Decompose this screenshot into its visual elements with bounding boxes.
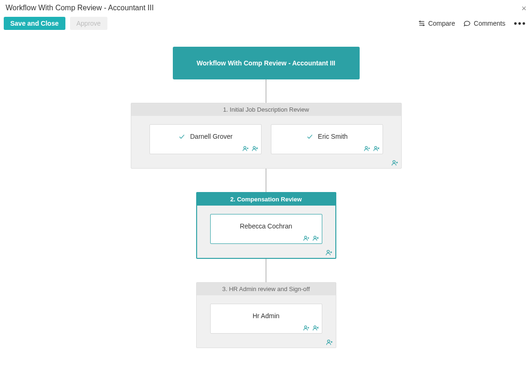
svg-point-30 bbox=[313, 326, 316, 328]
assignee-card[interactable]: Eric Smith bbox=[271, 124, 383, 154]
add-user-icon[interactable] bbox=[326, 249, 333, 256]
connector-line bbox=[266, 169, 266, 192]
svg-point-27 bbox=[304, 326, 306, 328]
stage-title: 3. HR Admin review and Sign-off bbox=[197, 283, 336, 295]
add-user-icon[interactable] bbox=[391, 159, 398, 166]
add-user-icon[interactable] bbox=[303, 325, 310, 331]
svg-point-6 bbox=[253, 146, 255, 149]
remove-user-icon[interactable] bbox=[252, 145, 258, 152]
svg-point-33 bbox=[327, 340, 330, 342]
workflow-stage[interactable]: 1. Initial Job Description Review Darnel… bbox=[131, 103, 402, 169]
assignee-card[interactable]: Hr Admin bbox=[210, 304, 322, 334]
remove-user-icon[interactable] bbox=[312, 325, 319, 331]
check-icon bbox=[178, 133, 185, 140]
add-user-icon[interactable] bbox=[242, 145, 249, 152]
comments-button[interactable]: Comments bbox=[463, 20, 505, 27]
workflow-stage[interactable]: 2. Compensation Review Rebecca Cochran bbox=[196, 192, 336, 259]
compare-button[interactable]: Compare bbox=[418, 20, 455, 27]
workflow-root-title: Workflow With Comp Review - Accountant I… bbox=[197, 59, 335, 67]
comment-icon bbox=[463, 20, 471, 27]
add-user-icon[interactable] bbox=[303, 235, 310, 242]
page-title: Workflow With Comp Review - Accountant I… bbox=[6, 4, 154, 12]
svg-point-24 bbox=[327, 250, 329, 253]
svg-point-9 bbox=[365, 146, 367, 149]
compare-label: Compare bbox=[428, 20, 455, 27]
check-icon bbox=[306, 133, 313, 140]
connector-line bbox=[266, 79, 266, 103]
assignee-name: Rebecca Cochran bbox=[240, 222, 292, 230]
more-menu-button[interactable]: ••• bbox=[514, 18, 526, 29]
workflow-root-card: Workflow With Comp Review - Accountant I… bbox=[173, 47, 360, 79]
assignee-card[interactable]: Rebecca Cochran bbox=[210, 214, 322, 244]
svg-point-18 bbox=[304, 236, 306, 238]
workflow-stage[interactable]: 3. HR Admin review and Sign-off Hr Admin bbox=[196, 282, 336, 348]
close-icon[interactable]: × bbox=[521, 4, 526, 14]
approve-button: Approve bbox=[70, 17, 107, 30]
comments-label: Comments bbox=[474, 20, 505, 27]
connector-line bbox=[266, 259, 266, 282]
svg-point-21 bbox=[313, 236, 316, 238]
svg-point-15 bbox=[393, 161, 395, 163]
stage-title: 2. Compensation Review bbox=[197, 193, 335, 206]
save-and-close-button[interactable]: Save and Close bbox=[4, 17, 65, 30]
assignee-name: Eric Smith bbox=[318, 133, 348, 140]
compare-icon bbox=[418, 20, 426, 27]
assignee-name: Darnell Grover bbox=[190, 133, 233, 140]
assignee-name: Hr Admin bbox=[253, 312, 280, 320]
assignee-card[interactable]: Darnell Grover bbox=[149, 124, 262, 154]
add-user-icon[interactable] bbox=[326, 339, 333, 346]
add-user-icon[interactable] bbox=[364, 145, 370, 152]
svg-point-12 bbox=[374, 146, 376, 149]
remove-user-icon[interactable] bbox=[312, 235, 319, 242]
remove-user-icon[interactable] bbox=[373, 145, 380, 152]
workflow-canvas: Workflow With Comp Review - Accountant I… bbox=[0, 33, 532, 348]
stage-title: 1. Initial Job Description Review bbox=[131, 103, 401, 116]
svg-point-3 bbox=[243, 146, 246, 149]
